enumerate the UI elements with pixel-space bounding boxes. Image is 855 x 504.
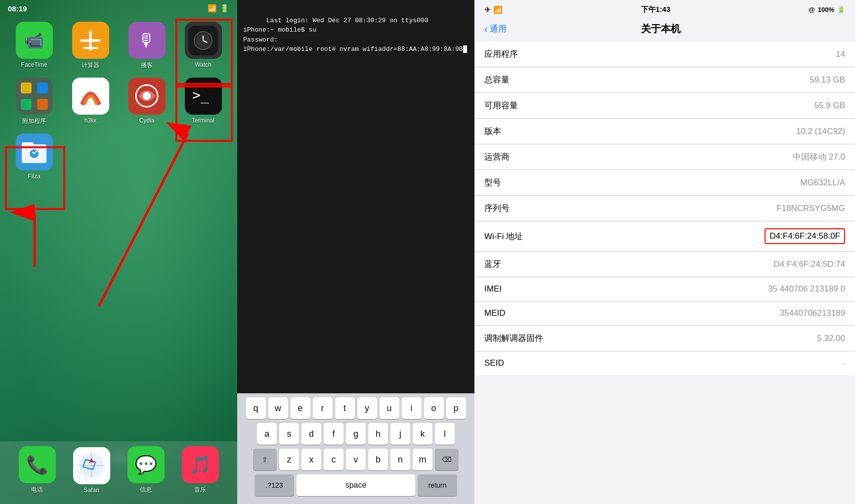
key-v[interactable]: v [346,449,366,470]
terminal-output: Last login: Wed Dec 27 08:30:29 on ttys0… [243,6,469,64]
key-h[interactable]: h [368,423,388,445]
app-grid: 📹 FaceTime 计算器 🎙 播客 [0,17,237,185]
app-terminal[interactable]: >_ Terminal [179,78,227,126]
numbers-key[interactable]: .?123 [255,474,294,496]
key-x[interactable]: x [301,449,321,470]
battery-percent: @ [809,6,815,13]
serial-label: 序列号 [484,203,510,214]
key-m[interactable]: m [413,449,432,470]
key-l[interactable]: l [435,423,455,445]
dock-phone[interactable]: 📞 电话 [19,446,56,494]
model-value: MG632LL/A [800,178,845,188]
key-s[interactable]: s [279,423,299,445]
wifi-value: D4:F4:6F:24:58:0F [765,228,845,244]
settings-panel: ✈ 📶 下午1:43 @ 100% 🔋 ‹ 通用 关于本机 应用程序 14 总容… [474,0,855,504]
keyboard-row1: q w e r t y u i o p [239,397,472,419]
total-cap-value: 59.13 GB [810,75,845,85]
battery-icon-settings: 🔋 [837,6,845,13]
battery-icon: 🔋 [220,4,229,13]
app-calc[interactable]: 计算器 [66,22,115,70]
bt-value: D4:F4:6F:24:5D:74 [773,259,845,269]
key-f[interactable]: f [324,423,343,445]
settings-row-carrier: 运营商 中国移动 27.0 [474,144,855,170]
avail-cap-value: 55.9 GB [814,101,845,111]
app-empty1 [66,133,115,180]
settings-nav: ‹ 通用 关于本机 [474,19,855,42]
wifi-label: Wi-Fi 地址 [484,231,523,242]
avail-cap-label: 可用容量 [484,100,518,111]
key-j[interactable]: j [390,423,410,445]
key-z[interactable]: z [279,449,299,470]
shift-key[interactable]: ⇧ [253,449,277,470]
settings-title: 关于本机 [507,22,815,36]
total-cap-label: 总容量 [484,74,510,85]
settings-back-button[interactable]: ‹ 通用 [484,23,507,35]
key-c[interactable]: c [324,449,343,470]
app-filza[interactable]: Filza [10,133,58,180]
key-a[interactable]: a [257,423,277,445]
app-facetime[interactable]: 📹 FaceTime [10,22,58,70]
key-d[interactable]: d [301,423,321,445]
version-label: 版本 [484,126,501,137]
key-i[interactable]: i [402,397,422,419]
app-podcast[interactable]: 🎙 播客 [123,22,171,70]
key-p[interactable]: p [446,397,466,419]
version-value: 10.2 (14C92) [796,126,845,136]
status-bar-home: 08:19 📶 🔋 [0,0,237,17]
space-key[interactable]: space [297,474,415,496]
settings-row-imei: IMEI 35 440706 213189 0 [474,277,855,301]
home-screen: 08:19 📶 🔋 📹 FaceTime 计算器 🎙 播 [0,0,237,504]
dock-safari[interactable]: Safari [73,447,110,494]
airplane-icon: ✈ [484,5,491,14]
home-time: 08:19 [8,4,27,13]
key-g[interactable]: g [346,423,366,445]
settings-row-bt: 蓝牙 D4:F4:6F:24:5D:74 [474,252,855,277]
key-t[interactable]: t [335,397,355,419]
dock-music[interactable]: 🎵 音乐 [182,446,219,494]
app-cydia[interactable]: Cydia [123,78,171,126]
settings-list: 应用程序 14 总容量 59.13 GB 可用容量 55.9 GB 版本 10.… [474,42,855,375]
key-b[interactable]: b [368,449,388,470]
imei-label: IMEI [484,284,502,294]
settings-status-bar: ✈ 📶 下午1:43 @ 100% 🔋 [474,0,855,19]
meid-label: MEID [484,308,506,318]
svg-text:>_: >_ [192,87,209,104]
key-y[interactable]: y [357,397,377,419]
app-empty2 [123,133,171,180]
settings-row-seid[interactable]: SEID › [474,351,855,375]
terminal-screen[interactable]: Last login: Wed Dec 27 08:30:29 on ttys0… [237,0,474,393]
svg-rect-10 [21,83,32,93]
serial-value: F18NCRSYG5MG [776,204,845,213]
wifi-icon: 📶 [208,4,217,13]
key-w[interactable]: w [268,397,288,419]
chevron-left-icon: ‹ [484,23,488,35]
key-e[interactable]: e [291,397,310,419]
chevron-right-icon: › [843,359,845,367]
apps-label: 应用程序 [484,48,518,60]
settings-row-total-capacity: 总容量 59.13 GB [474,67,855,93]
app-extras[interactable]: 附加程序 [10,78,58,126]
meid-value: 35440706213189 [780,308,845,318]
dock-messages[interactable]: 💬 信息 [128,446,165,494]
key-u[interactable]: u [380,397,399,419]
key-n[interactable]: n [390,449,410,470]
wifi-icon-settings: 📶 [493,5,503,14]
key-q[interactable]: q [246,397,266,419]
app-empty3 [179,133,227,180]
settings-back-label: 通用 [490,23,507,35]
apps-value: 14 [836,49,845,59]
return-key[interactable]: return [418,474,457,496]
svg-rect-11 [37,83,48,93]
app-watch[interactable]: Watch [179,22,227,70]
keyboard-row-bottom: .?123 space return [239,474,472,496]
key-o[interactable]: o [424,397,444,419]
keyboard[interactable]: q w e r t y u i o p a s d f g h j k l ⇧ … [237,393,474,504]
app-h3lix[interactable]: h3lix [66,78,115,126]
bt-label: 蓝牙 [484,258,501,270]
svg-point-17 [143,92,151,100]
settings-row-meid: MEID 35440706213189 [474,301,855,326]
delete-key[interactable]: ⌫ [435,449,459,470]
svg-rect-12 [21,99,32,110]
key-k[interactable]: k [413,423,432,445]
key-r[interactable]: r [313,397,333,419]
